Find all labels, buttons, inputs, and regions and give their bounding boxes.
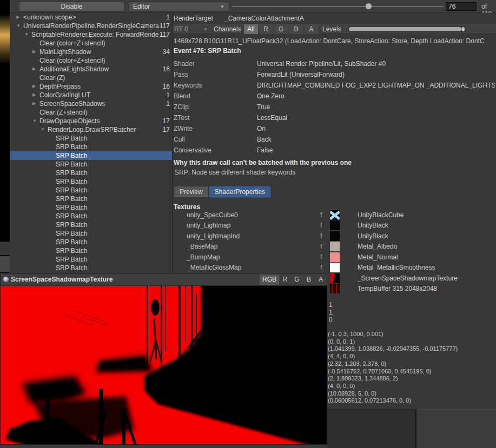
texture-row[interactable]: unity_LightmapIndfUnityBlack	[173, 231, 496, 242]
event-properties: ShaderUniversal Render Pipeline/Lit, Sub…	[174, 58, 495, 156]
tree-item[interactable]: SRP Batch	[10, 220, 172, 229]
expand-arrow-icon[interactable]: ▶	[32, 65, 39, 73]
vector-value: (-0.5416752, 0.7071068, 0.4545195, 0)	[328, 368, 458, 376]
event-title: Event #76: SRP Batch	[174, 47, 241, 55]
expand-arrow-icon[interactable]: ▶	[32, 82, 39, 91]
texture-thumbnail-icon[interactable]	[330, 252, 340, 262]
rt-index-dropdown[interactable]: RT 0 ▼	[174, 25, 208, 34]
tree-item[interactable]: ▶DepthPrepass16	[10, 82, 172, 91]
tree-item[interactable]: SRP Batch	[10, 195, 172, 203]
tree-item[interactable]: Clear (color+Z+stencil)	[10, 39, 172, 48]
background-panel-right	[418, 409, 496, 448]
channel-button-a[interactable]: A	[315, 275, 327, 285]
texture-asset-name: UnityBlack	[358, 232, 388, 240]
tree-item-count: 16	[163, 65, 170, 73]
texture-thumbnail-icon[interactable]	[330, 210, 340, 220]
collapse-arrow-icon[interactable]: ▼	[41, 125, 48, 134]
tree-item[interactable]: SRP Batch	[10, 169, 172, 177]
vector-value: (0, 0, 0, 1)	[328, 338, 458, 346]
tree-item-label: SRP Batch	[56, 264, 171, 272]
expand-arrow-icon[interactable]: ▶	[16, 13, 23, 22]
tree-item[interactable]: Clear (Z)	[10, 73, 172, 82]
tree-item[interactable]: SRP Batch	[10, 255, 172, 264]
texture-asset-name: Metal_MetallicSmoothness	[358, 264, 435, 271]
event-slider-handle[interactable]	[366, 3, 372, 9]
tree-item[interactable]: ▶MainLightShadow34	[10, 48, 172, 56]
collapse-arrow-icon[interactable]: ▼	[16, 22, 23, 30]
channel-button-all[interactable]: All	[243, 24, 259, 34]
texture-asset-name: UnityBlackCube	[358, 211, 404, 219]
tree-item[interactable]: SRP Batch	[10, 246, 172, 255]
tree-item[interactable]: SRP Batch	[10, 238, 172, 246]
expand-arrow-icon[interactable]: ▶	[32, 99, 39, 108]
property-row: ZWriteOn	[174, 123, 495, 134]
tree-item[interactable]: SRP Batch	[10, 203, 172, 212]
collapse-arrow-icon[interactable]: ▼	[24, 30, 31, 39]
tree-item[interactable]: ▶<unknown scope>1	[10, 13, 172, 22]
texture-thumbnail-icon[interactable]	[330, 273, 340, 283]
channel-button-b[interactable]: B	[289, 24, 304, 34]
tree-item[interactable]: SRP Batch	[10, 186, 172, 195]
event-number-input[interactable]	[446, 2, 477, 11]
tree-item[interactable]: SRP Batch	[10, 160, 172, 169]
tree-item[interactable]: SRP Batch	[10, 177, 172, 186]
tab-preview[interactable]: Preview	[174, 186, 209, 198]
tree-item[interactable]: ▼DrawOpaqueObjects17	[10, 117, 172, 125]
tree-item[interactable]: ▶ColorGradingLUT1	[10, 91, 172, 99]
tree-item[interactable]: Clear (color+Z+stencil)	[10, 56, 172, 65]
channel-button-a[interactable]: A	[304, 24, 319, 34]
tree-item[interactable]: SRP Batch	[10, 229, 172, 238]
property-value: LessEqual	[257, 114, 495, 122]
tree-item[interactable]: ▶ScreenSpaceShadows1	[10, 99, 172, 108]
tree-item[interactable]: ▼UniversalRenderPipeline.RenderSingleCam…	[10, 22, 172, 30]
channel-buttons: AllRGBA	[243, 24, 319, 34]
unity-frame-debugger: Disable Editor ▼ of 118 ▶<unknown scope>…	[0, 0, 496, 448]
tree-item[interactable]: SRP Batch	[10, 264, 172, 272]
tree-item-label: ColorGradingLUT	[39, 91, 171, 99]
event-tree[interactable]: ▶<unknown scope>1▼UniversalRenderPipelin…	[10, 13, 172, 273]
channel-button-g[interactable]: G	[274, 24, 289, 34]
channel-button-rgb[interactable]: RGB	[260, 275, 279, 285]
tree-item[interactable]: ▼ScriptableRenderer.Execute: ForwardRend…	[10, 30, 172, 39]
tree-item[interactable]: ▼RenderLoop.DrawSRPBatcher17	[10, 125, 172, 134]
texture-thumbnail-icon[interactable]	[330, 263, 340, 272]
texture-thumbnail-icon[interactable]	[330, 284, 340, 293]
tree-item-label: Clear (Z)	[39, 73, 171, 82]
collapse-arrow-icon[interactable]: ▼	[32, 117, 39, 125]
property-name: Conservative	[174, 146, 257, 154]
tree-item[interactable]: ▶AdditionalLightsShadow16	[10, 65, 172, 73]
texture-preview-window: ScreenSpaceShadowmapTexture RGBRGBA	[0, 273, 327, 445]
tree-item[interactable]: Clear (Z+stencil)	[10, 108, 172, 117]
texture-row[interactable]: _MetallicGlossMapfMetal_MetallicSmoothne…	[173, 263, 496, 273]
tree-item-label: DepthPrepass	[39, 82, 171, 91]
texture-flag: f	[320, 264, 330, 271]
texture-row[interactable]: unity_SpecCube0fUnityBlackCube	[173, 210, 496, 220]
channel-button-r[interactable]: R	[259, 24, 274, 34]
texture-row[interactable]: _BaseMapfMetal_Albedo	[173, 242, 496, 252]
expand-arrow-icon[interactable]: ▶	[32, 48, 39, 56]
texture-thumbnail-icon[interactable]	[330, 231, 340, 241]
tree-item-label: SRP Batch	[56, 177, 171, 186]
expand-arrow-icon[interactable]: ▶	[32, 91, 39, 99]
disable-button[interactable]: Disable	[19, 2, 124, 11]
tree-item[interactable]: SRP Batch	[10, 134, 172, 143]
event-slider[interactable]	[233, 6, 444, 7]
texture-thumbnail-icon[interactable]	[330, 220, 340, 230]
levels-slider-handle[interactable]	[461, 27, 465, 31]
target-selector-dropdown[interactable]: Editor ▼	[128, 2, 229, 11]
tree-item[interactable]: SRP Batch	[10, 151, 172, 160]
channel-button-g[interactable]: G	[291, 275, 303, 285]
texture-thumbnail-icon[interactable]	[330, 242, 340, 251]
float-value: 1	[329, 301, 333, 309]
shader-vector-values: (-1, 0.3, 1000, 0.001)(0, 0, 0, 1)(1.041…	[328, 331, 458, 405]
texture-row[interactable]: _BumpMapfMetal_Normal	[173, 252, 496, 263]
channel-button-r[interactable]: R	[279, 275, 291, 285]
tree-item-count: 117	[160, 22, 170, 30]
texture-row[interactable]: unity_LightmapfUnityBlack	[173, 220, 496, 231]
tab-shader-properties[interactable]: ShaderProperties	[209, 186, 271, 198]
texture-flag: f	[320, 253, 330, 261]
levels-slider[interactable]	[348, 26, 466, 32]
tree-item[interactable]: SRP Batch	[10, 212, 172, 220]
tree-item[interactable]: SRP Batch	[10, 143, 172, 151]
channel-button-b[interactable]: B	[303, 275, 315, 285]
